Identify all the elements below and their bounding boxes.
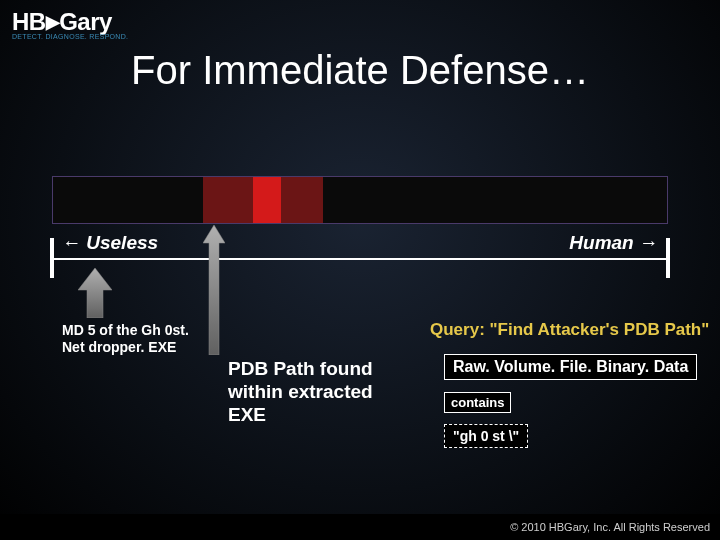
footer-copyright: © 2010 HBGary, Inc. All Rights Reserved — [0, 514, 720, 540]
logo-hb: HB — [12, 8, 46, 35]
md5-annotation: MD 5 of the Gh 0st. Net dropper. EXE — [62, 322, 212, 356]
pdb-annotation: PDB Path found within extracted EXE — [228, 358, 408, 426]
scale-marker-bright — [253, 177, 281, 223]
logo-gary: Gary — [59, 8, 112, 35]
query-operator-box: contains — [444, 392, 511, 413]
brand-logo: HB▶Gary DETECT. DIAGNOSE. RESPOND. — [12, 8, 128, 40]
scale-label-right: Human → — [569, 232, 658, 254]
query-field-box: Raw. Volume. File. Binary. Data — [444, 354, 697, 380]
scale-label-left: ← Useless — [62, 232, 158, 254]
slide-title: For Immediate Defense… — [0, 48, 720, 93]
scale-bar — [52, 176, 668, 224]
query-heading: Query: "Find Attacker's PDB Path" — [430, 320, 709, 340]
query-value-box: "gh 0 st \" — [444, 424, 528, 448]
logo-text: HB▶Gary — [12, 8, 128, 36]
scale-axis-line — [52, 258, 668, 260]
logo-arrow-icon: ▶ — [46, 11, 60, 33]
arrow-up-long-icon — [203, 225, 225, 359]
logo-tagline: DETECT. DIAGNOSE. RESPOND. — [12, 33, 128, 40]
